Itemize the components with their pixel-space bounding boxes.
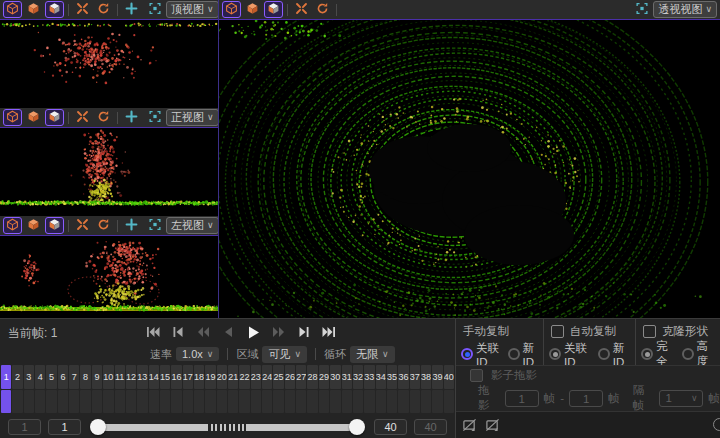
frame-cell[interactable]: 21 bbox=[228, 365, 238, 389]
frame-track-cell[interactable] bbox=[92, 390, 102, 413]
frame-track-cell[interactable] bbox=[24, 390, 34, 413]
cube-solid-button[interactable] bbox=[24, 109, 43, 126]
frame-track-cell[interactable] bbox=[387, 390, 397, 413]
frame-range-slider[interactable] bbox=[92, 419, 363, 435]
frame-track-cell[interactable] bbox=[410, 390, 420, 413]
frame-cell[interactable]: 25 bbox=[273, 365, 283, 389]
cube-top-button[interactable] bbox=[45, 217, 64, 234]
frame-cell[interactable]: 9 bbox=[92, 365, 102, 389]
add-button[interactable] bbox=[122, 1, 141, 18]
frame-track-cell[interactable] bbox=[444, 390, 454, 413]
frame-track-cell[interactable] bbox=[46, 390, 56, 413]
skip-end-button[interactable] bbox=[322, 326, 336, 338]
cube-solid-button[interactable] bbox=[243, 1, 262, 18]
frame-cell[interactable]: 1 bbox=[1, 365, 11, 389]
view-select[interactable]: 正视图∨ bbox=[166, 109, 218, 126]
frame-cell[interactable]: 6 bbox=[58, 365, 68, 389]
frame-cell[interactable]: 29 bbox=[319, 365, 329, 389]
frame-track-cell[interactable] bbox=[149, 390, 159, 413]
cube-top-button[interactable] bbox=[264, 1, 283, 18]
frame-cell[interactable]: 20 bbox=[217, 365, 227, 389]
frame-cell[interactable]: 39 bbox=[432, 365, 442, 389]
fit-view-button[interactable] bbox=[292, 1, 311, 18]
interval-select[interactable]: 1∨ bbox=[659, 390, 703, 407]
fit-view-button[interactable] bbox=[73, 217, 92, 234]
focus-button[interactable] bbox=[145, 109, 164, 126]
frame-cell[interactable]: 19 bbox=[205, 365, 215, 389]
frame-track-cell[interactable] bbox=[307, 390, 317, 413]
frame-cell[interactable]: 27 bbox=[296, 365, 306, 389]
fast-forward-button[interactable] bbox=[272, 326, 286, 338]
frame-track-cell[interactable] bbox=[421, 390, 431, 413]
frame-track-cell[interactable] bbox=[80, 390, 90, 413]
frame-track-cell[interactable] bbox=[217, 390, 227, 413]
frame-track-cell[interactable] bbox=[239, 390, 249, 413]
cube-top-button[interactable] bbox=[45, 109, 64, 126]
frame-track-cell[interactable] bbox=[432, 390, 442, 413]
frame-track-cell[interactable] bbox=[183, 390, 193, 413]
frame-cell[interactable]: 34 bbox=[376, 365, 386, 389]
frame-track-cell[interactable] bbox=[115, 390, 125, 413]
add-button[interactable] bbox=[122, 109, 141, 126]
loop-select[interactable]: 无限∨ bbox=[350, 346, 395, 363]
frame-cell[interactable]: 11 bbox=[115, 365, 125, 389]
frame-cell[interactable]: 16 bbox=[171, 365, 181, 389]
step-back-button[interactable] bbox=[196, 326, 210, 338]
frame-cell[interactable]: 3 bbox=[24, 365, 34, 389]
frame-track-cell[interactable] bbox=[285, 390, 295, 413]
play-reverse-button[interactable] bbox=[221, 326, 235, 338]
frame-track-cell[interactable] bbox=[273, 390, 283, 413]
point-cloud-canvas-front[interactable] bbox=[0, 128, 218, 216]
frame-track-cell[interactable] bbox=[12, 390, 22, 413]
frame-track-cell[interactable] bbox=[35, 390, 45, 413]
frame-track-cell[interactable] bbox=[103, 390, 113, 413]
frame-track-cell[interactable] bbox=[126, 390, 136, 413]
frame-cell[interactable]: 35 bbox=[387, 365, 397, 389]
frame-cell[interactable]: 14 bbox=[149, 365, 159, 389]
region-select[interactable]: 可见∨ bbox=[262, 346, 307, 363]
frame-cell[interactable]: 15 bbox=[160, 365, 170, 389]
frame-track-cell[interactable] bbox=[251, 390, 261, 413]
frame-track-cell[interactable] bbox=[58, 390, 68, 413]
range-end-box[interactable]: 40 bbox=[374, 419, 407, 435]
frame-track-cell[interactable] bbox=[160, 390, 170, 413]
frame-cell[interactable]: 7 bbox=[69, 365, 79, 389]
radio-option[interactable]: 新ID bbox=[508, 341, 538, 368]
frame-cell[interactable]: 2 bbox=[12, 365, 22, 389]
prev-frame-button[interactable] bbox=[171, 326, 185, 338]
point-cloud-canvas-side[interactable] bbox=[0, 236, 218, 318]
frame-cell[interactable]: 13 bbox=[137, 365, 147, 389]
frame-track-cell[interactable] bbox=[364, 390, 374, 413]
frame-track-cell[interactable] bbox=[205, 390, 215, 413]
refresh-button[interactable] bbox=[94, 1, 113, 18]
frame-track-cell[interactable] bbox=[342, 390, 352, 413]
trail-from-input[interactable]: 1 bbox=[505, 390, 539, 407]
point-cloud-canvas-top[interactable] bbox=[0, 20, 218, 108]
frame-track-cell[interactable] bbox=[1, 390, 11, 413]
range-handle-start[interactable] bbox=[90, 419, 106, 435]
view-select[interactable]: 透视视图∨ bbox=[653, 1, 717, 18]
frame-track-cell[interactable] bbox=[398, 390, 408, 413]
frame-cell[interactable]: 10 bbox=[103, 365, 113, 389]
shadow-trail-checkbox[interactable] bbox=[470, 369, 483, 382]
cube-wireframe-button[interactable] bbox=[3, 1, 22, 18]
frame-track-cell[interactable] bbox=[330, 390, 340, 413]
frame-cell[interactable]: 18 bbox=[194, 365, 204, 389]
skip-start-button[interactable] bbox=[146, 326, 160, 338]
frame-cell[interactable]: 17 bbox=[183, 365, 193, 389]
cube-wireframe-button[interactable] bbox=[3, 217, 22, 234]
frame-cell[interactable]: 33 bbox=[364, 365, 374, 389]
frame-cell[interactable]: 5 bbox=[46, 365, 56, 389]
frame-cell[interactable]: 30 bbox=[330, 365, 340, 389]
frame-cell[interactable]: 23 bbox=[251, 365, 261, 389]
refresh-button[interactable] bbox=[94, 217, 113, 234]
frame-track-cell[interactable] bbox=[262, 390, 272, 413]
radio-option[interactable]: 关联ID bbox=[461, 341, 501, 368]
refresh-button[interactable] bbox=[94, 109, 113, 126]
frame-cell[interactable]: 37 bbox=[410, 365, 420, 389]
frame-track-cell[interactable] bbox=[69, 390, 79, 413]
range-max-box[interactable]: 40 bbox=[414, 419, 447, 435]
frame-cell[interactable]: 32 bbox=[353, 365, 363, 389]
next-frame-button[interactable] bbox=[297, 326, 311, 338]
view-select[interactable]: 顶视图∨ bbox=[166, 1, 218, 18]
